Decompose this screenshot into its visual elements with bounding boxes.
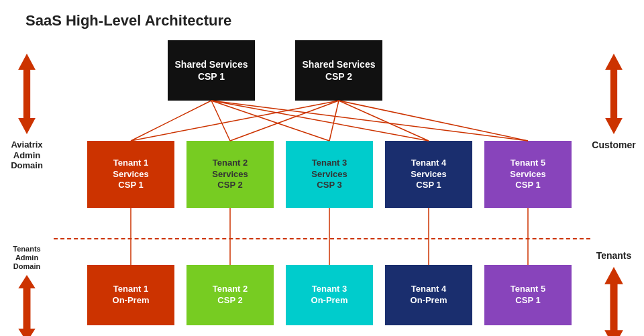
tenant1-services-box: Tenant 1ServicesCSP 1 <box>87 141 174 208</box>
bottom-left-double-arrow-icon <box>15 275 39 336</box>
tenant5-services-box: Tenant 5ServicesCSP 1 <box>484 141 572 208</box>
svg-marker-11 <box>604 330 623 336</box>
svg-line-13 <box>211 101 230 141</box>
svg-line-12 <box>131 101 211 141</box>
tenant5-onprem-box: Tenant 5CSP 1 <box>484 265 572 325</box>
tenant-services-row: Tenant 1ServicesCSP 1 Tenant 2ServicesCS… <box>87 141 572 208</box>
svg-rect-7 <box>23 287 31 329</box>
svg-rect-10 <box>610 283 617 331</box>
tenant2-services-box: Tenant 2ServicesCSP 2 <box>186 141 274 208</box>
svg-line-16 <box>211 101 528 141</box>
svg-line-18 <box>230 101 339 141</box>
shared-services-csp1: Shared ServicesCSP 1 <box>168 40 255 101</box>
svg-marker-2 <box>18 118 36 134</box>
right-arrow-area: Customer <box>590 54 637 156</box>
tenant4-onprem-box: Tenant 4On-Prem <box>385 265 472 325</box>
svg-line-15 <box>211 101 429 141</box>
shared-services-row: Shared ServicesCSP 1 Shared ServicesCSP … <box>168 40 382 101</box>
svg-marker-5 <box>605 118 623 134</box>
tenant-onprem-row: Tenant 1On-Prem Tenant 2CSP 2 Tenant 3On… <box>87 265 572 325</box>
svg-marker-3 <box>605 54 623 70</box>
page-title: SaaS High-Level Architecture <box>25 12 231 30</box>
svg-marker-0 <box>18 54 36 70</box>
tenant4-services-box: Tenant 4ServicesCSP 1 <box>385 141 472 208</box>
left-arrow-area: Aviatrix Admin Domain <box>7 54 47 176</box>
tenant3-onprem-box: Tenant 3On-Prem <box>286 265 373 325</box>
svg-marker-6 <box>18 275 35 288</box>
svg-line-20 <box>339 101 429 141</box>
bottom-left-label: Tenants Admin Domain <box>7 245 47 272</box>
svg-line-17 <box>131 101 339 141</box>
section-divider <box>54 238 590 239</box>
svg-rect-1 <box>23 68 30 119</box>
left-double-arrow-icon <box>13 54 40 134</box>
bottom-right-label: Tenants <box>596 250 632 262</box>
left-label: Aviatrix Admin Domain <box>7 139 47 171</box>
bottom-right-double-arrow-icon <box>600 267 627 336</box>
tenant1-onprem-box: Tenant 1On-Prem <box>87 265 174 325</box>
right-label: Customer <box>592 139 635 151</box>
shared-services-csp2: Shared ServicesCSP 2 <box>295 40 382 101</box>
bottom-right-arrow-area: Tenants <box>590 245 637 336</box>
svg-rect-4 <box>610 68 617 119</box>
svg-line-14 <box>211 101 329 141</box>
svg-line-19 <box>329 101 339 141</box>
svg-marker-9 <box>604 267 623 284</box>
svg-line-21 <box>339 101 528 141</box>
tenant2-onprem-box: Tenant 2CSP 2 <box>186 265 274 325</box>
right-double-arrow-icon <box>600 54 627 134</box>
tenant3-services-box: Tenant 3ServicesCSP 3 <box>286 141 373 208</box>
bottom-left-arrow-area: Tenants Admin Domain <box>7 241 47 336</box>
svg-marker-8 <box>18 329 35 336</box>
